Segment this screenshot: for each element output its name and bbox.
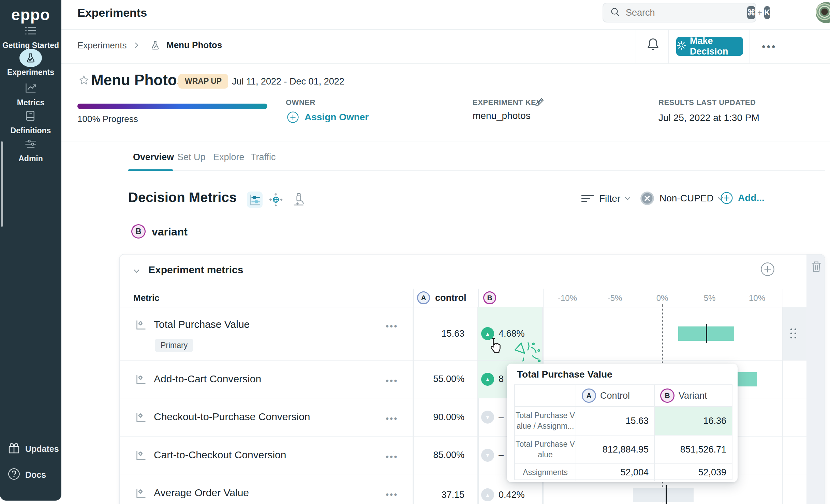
overflow-menu-button[interactable]: •••	[762, 41, 777, 52]
axis-tick: -5%	[608, 293, 622, 303]
section-title: Decision Metrics	[128, 190, 237, 205]
progress-label: 100% Progress	[77, 114, 138, 124]
lift-value: 0.42%	[499, 490, 525, 500]
divider	[636, 30, 636, 63]
explore-view-button[interactable]	[268, 192, 284, 208]
favorite-star-icon[interactable]	[78, 75, 89, 87]
row-menu-button[interactable]: •••	[386, 489, 398, 500]
book-icon	[0, 106, 61, 125]
plus-circle-icon	[720, 192, 733, 204]
add-row-button[interactable]	[760, 262, 775, 276]
axis-tick: 5%	[704, 293, 716, 303]
deep-dive-button[interactable]	[291, 192, 306, 208]
row-menu-button[interactable]: •••	[386, 452, 398, 462]
k-key-badge: K	[764, 6, 770, 19]
row-menu-button[interactable]: •••	[386, 413, 398, 424]
make-decision-button[interactable]: Make Decision	[676, 37, 743, 56]
make-decision-label: Make Decision	[690, 36, 743, 57]
interval-view-button[interactable]	[247, 192, 263, 208]
owner-label: OWNER	[286, 98, 315, 107]
lift-marker	[666, 485, 667, 504]
axis-tick: 10%	[749, 293, 765, 303]
cmd-key-badge: ⌘	[747, 6, 755, 19]
sidebar-item-metrics[interactable]: Metrics	[0, 78, 61, 107]
control-value: 85.00%	[433, 450, 464, 460]
app-window: eppo Getting Started Experiments Metrics…	[0, 0, 830, 504]
sidebar-item-docs[interactable]: Docs	[0, 468, 61, 482]
metric-gear-icon	[135, 319, 147, 332]
chevron-right-icon	[134, 42, 137, 48]
divider	[61, 63, 830, 64]
lift-direction-icon[interactable]: ▲	[481, 373, 494, 386]
search-field[interactable]	[625, 7, 747, 18]
microscope-icon	[292, 193, 305, 207]
divider	[61, 141, 830, 141]
metric-gear-icon	[135, 411, 147, 424]
tab-traffic[interactable]: Traffic	[251, 152, 276, 163]
variant-b-badge: B	[660, 388, 675, 403]
cuped-mode-button[interactable]: Non-CUPED	[640, 191, 722, 206]
user-avatar[interactable]	[816, 2, 830, 23]
collapse-chevron-icon[interactable]	[134, 268, 139, 273]
tooltip-row-label: Assignments	[515, 464, 576, 481]
experiment-title: Menu Photos	[91, 72, 185, 89]
variant-b-badge: B	[131, 224, 146, 239]
sidebar-item-experiments[interactable]: Experiments	[0, 49, 61, 77]
divider	[668, 30, 669, 63]
variant-name: variant	[152, 226, 188, 238]
control-value: 55.00%	[433, 374, 464, 384]
tooltip-control-value: 15.63	[576, 407, 655, 435]
lift-direction-icon[interactable]: ▼	[481, 449, 494, 462]
trash-icon[interactable]	[811, 260, 822, 274]
drag-handle-cell[interactable]	[783, 307, 806, 360]
date-range: Jul 11, 2022 - Dec 01, 2022	[232, 76, 344, 87]
divider	[61, 29, 830, 30]
sidebar-item-getting-started[interactable]: Getting Started	[0, 21, 61, 50]
sidebar: eppo Getting Started Experiments Metrics…	[0, 0, 61, 501]
assign-owner-button[interactable]: Assign Owner	[287, 111, 369, 123]
sidebar-item-definitions[interactable]: Definitions	[0, 106, 61, 135]
tooltip-title: Total Purchase Value	[517, 369, 612, 380]
sliders-icon	[0, 134, 61, 153]
tooltip-row-label: Total Purchase V alue	[515, 436, 576, 463]
axis-tick: -10%	[558, 293, 577, 303]
chevron-down-icon	[625, 195, 631, 200]
metric-gear-icon	[135, 487, 147, 500]
add-metric-button[interactable]: Add...	[720, 192, 765, 204]
docs-label: Docs	[25, 470, 46, 480]
search-input[interactable]: ⌘ + K	[603, 3, 756, 22]
tab-set-up[interactable]: Set Up	[177, 152, 206, 163]
tab-overview[interactable]: Overview	[133, 152, 174, 163]
breadcrumb-current: Menu Photos	[166, 40, 222, 50]
line-chart-icon	[0, 78, 61, 97]
tab-explore[interactable]: Explore	[213, 152, 244, 163]
assign-owner-label: Assign Owner	[305, 112, 369, 123]
axis-tick: 0%	[656, 293, 668, 303]
lift-value: 8	[499, 374, 504, 384]
primary-tag: Primary	[155, 339, 193, 352]
tooltip-variant-value: 16.36	[655, 407, 732, 435]
edit-pencil-icon[interactable]	[535, 97, 545, 108]
ci-bar	[633, 488, 694, 502]
row-menu-button[interactable]: •••	[386, 376, 398, 386]
gift-icon	[8, 442, 20, 456]
notifications-bell-icon[interactable]	[647, 37, 659, 52]
gear-icon	[676, 40, 686, 53]
drag-handle-icon[interactable]	[790, 329, 792, 330]
row-menu-button[interactable]: •••	[386, 321, 398, 332]
control-value: 15.63	[441, 329, 464, 339]
sidebar-scrollbar[interactable]	[1, 141, 3, 227]
filter-button[interactable]: Filter	[581, 193, 629, 204]
tabs-baseline	[128, 170, 825, 171]
status-badge: WRAP UP	[178, 74, 228, 89]
sidebar-item-admin[interactable]: Admin	[0, 134, 61, 163]
table-row[interactable]: Total Purchase Value ••• Primary 15.63 ▲…	[120, 307, 806, 361]
active-tab-indicator	[128, 169, 173, 171]
sidebar-item-label: Definitions	[0, 126, 61, 135]
sidebar-item-updates[interactable]: Updates	[0, 442, 61, 456]
lift-direction-icon[interactable]: ▲	[481, 488, 494, 501]
sidebar-item-label: Experiments	[0, 68, 61, 77]
lift-direction-icon[interactable]: ▼	[481, 411, 494, 424]
breadcrumb-root[interactable]: Experiments	[77, 40, 127, 51]
list-icon	[0, 21, 61, 40]
